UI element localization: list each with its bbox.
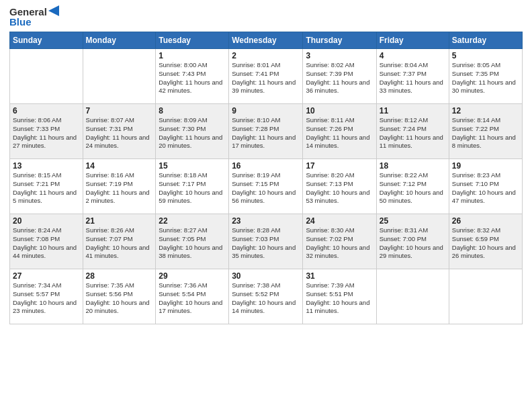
day-detail: Sunrise: 8:10 AMSunset: 7:28 PMDaylight:…	[232, 116, 300, 150]
calendar-week-2: 6Sunrise: 8:06 AMSunset: 7:33 PMDaylight…	[10, 104, 523, 159]
day-detail: Sunrise: 8:09 AMSunset: 7:30 PMDaylight:…	[159, 116, 226, 150]
svg-marker-0	[48, 5, 59, 16]
day-number: 17	[306, 161, 373, 171]
calendar-week-1: 1Sunrise: 8:00 AMSunset: 7:43 PMDaylight…	[10, 49, 523, 104]
calendar-cell	[10, 49, 83, 104]
calendar-cell: 22Sunrise: 8:27 AMSunset: 7:05 PMDayligh…	[156, 214, 229, 269]
day-detail: Sunrise: 8:22 AMSunset: 7:12 PMDaylight:…	[380, 171, 446, 205]
day-detail: Sunrise: 8:14 AMSunset: 7:22 PMDaylight:…	[452, 116, 519, 150]
calendar-week-4: 20Sunrise: 8:24 AMSunset: 7:08 PMDayligh…	[10, 214, 523, 269]
day-number: 14	[86, 161, 153, 171]
day-number: 27	[13, 271, 80, 281]
weekday-monday: Monday	[83, 32, 156, 49]
day-number: 11	[380, 106, 446, 116]
calendar-cell: 1Sunrise: 8:00 AMSunset: 7:43 PMDaylight…	[156, 49, 229, 104]
day-number: 15	[159, 161, 226, 171]
calendar-cell: 27Sunrise: 7:34 AMSunset: 5:57 PMDayligh…	[10, 269, 83, 324]
page-header: General Blue	[9, 7, 523, 28]
day-number: 3	[306, 51, 373, 60]
day-number: 13	[13, 161, 80, 171]
calendar-cell: 10Sunrise: 8:11 AMSunset: 7:26 PMDayligh…	[303, 104, 376, 159]
weekday-header-row: SundayMondayTuesdayWednesdayThursdayFrid…	[10, 32, 523, 49]
calendar-cell: 26Sunrise: 8:32 AMSunset: 6:59 PMDayligh…	[449, 214, 522, 269]
day-detail: Sunrise: 8:28 AMSunset: 7:03 PMDaylight:…	[232, 226, 300, 261]
calendar-cell: 6Sunrise: 8:06 AMSunset: 7:33 PMDaylight…	[10, 104, 83, 159]
calendar-cell: 25Sunrise: 8:31 AMSunset: 7:00 PMDayligh…	[376, 214, 449, 269]
day-detail: Sunrise: 7:39 AMSunset: 5:51 PMDaylight:…	[306, 281, 373, 316]
day-detail: Sunrise: 8:32 AMSunset: 6:59 PMDaylight:…	[452, 226, 519, 261]
calendar-cell: 16Sunrise: 8:19 AMSunset: 7:15 PMDayligh…	[229, 159, 303, 214]
day-detail: Sunrise: 8:04 AMSunset: 7:37 PMDaylight:…	[380, 61, 446, 95]
logo-arrow-icon	[48, 5, 59, 16]
day-number: 2	[232, 51, 300, 60]
calendar-cell: 21Sunrise: 8:26 AMSunset: 7:07 PMDayligh…	[83, 214, 156, 269]
calendar-cell: 29Sunrise: 7:36 AMSunset: 5:54 PMDayligh…	[156, 269, 229, 324]
calendar-cell	[376, 269, 449, 324]
calendar-cell: 4Sunrise: 8:04 AMSunset: 7:37 PMDaylight…	[376, 49, 449, 104]
day-number: 7	[86, 106, 153, 116]
day-number: 31	[306, 271, 373, 281]
logo-blue: Blue	[9, 17, 59, 28]
day-detail: Sunrise: 7:34 AMSunset: 5:57 PMDaylight:…	[13, 281, 80, 316]
weekday-saturday: Saturday	[449, 32, 522, 49]
day-number: 1	[159, 51, 226, 60]
calendar-table: SundayMondayTuesdayWednesdayThursdayFrid…	[9, 32, 523, 324]
day-detail: Sunrise: 8:20 AMSunset: 7:13 PMDaylight:…	[306, 171, 373, 205]
day-number: 5	[452, 51, 519, 60]
day-detail: Sunrise: 8:30 AMSunset: 7:02 PMDaylight:…	[306, 226, 373, 261]
day-detail: Sunrise: 8:07 AMSunset: 7:31 PMDaylight:…	[86, 116, 153, 150]
day-number: 29	[159, 271, 226, 281]
day-detail: Sunrise: 7:36 AMSunset: 5:54 PMDaylight:…	[159, 281, 226, 316]
day-number: 30	[232, 271, 300, 281]
calendar-cell	[83, 49, 156, 104]
day-number: 22	[159, 216, 226, 226]
day-number: 23	[232, 216, 300, 226]
day-detail: Sunrise: 8:18 AMSunset: 7:17 PMDaylight:…	[159, 171, 226, 205]
day-detail: Sunrise: 8:05 AMSunset: 7:35 PMDaylight:…	[452, 61, 519, 95]
calendar-cell: 18Sunrise: 8:22 AMSunset: 7:12 PMDayligh…	[376, 159, 449, 214]
day-number: 4	[380, 51, 446, 60]
weekday-tuesday: Tuesday	[156, 32, 229, 49]
calendar-cell: 7Sunrise: 8:07 AMSunset: 7:31 PMDaylight…	[83, 104, 156, 159]
day-detail: Sunrise: 7:35 AMSunset: 5:56 PMDaylight:…	[86, 281, 153, 316]
logo: General Blue	[9, 7, 59, 28]
day-detail: Sunrise: 8:01 AMSunset: 7:41 PMDaylight:…	[232, 61, 300, 95]
logo-container: General Blue	[9, 7, 59, 28]
day-number: 26	[452, 216, 519, 226]
day-detail: Sunrise: 8:19 AMSunset: 7:15 PMDaylight:…	[232, 171, 300, 205]
day-detail: Sunrise: 8:26 AMSunset: 7:07 PMDaylight:…	[86, 226, 153, 261]
day-number: 6	[13, 106, 80, 116]
calendar-cell: 12Sunrise: 8:14 AMSunset: 7:22 PMDayligh…	[449, 104, 522, 159]
day-detail: Sunrise: 8:11 AMSunset: 7:26 PMDaylight:…	[306, 116, 373, 150]
day-number: 19	[452, 161, 519, 171]
calendar-cell: 24Sunrise: 8:30 AMSunset: 7:02 PMDayligh…	[303, 214, 376, 269]
day-detail: Sunrise: 8:23 AMSunset: 7:10 PMDaylight:…	[452, 171, 519, 205]
day-detail: Sunrise: 8:16 AMSunset: 7:19 PMDaylight:…	[86, 171, 153, 205]
day-detail: Sunrise: 8:12 AMSunset: 7:24 PMDaylight:…	[380, 116, 446, 150]
day-number: 20	[13, 216, 80, 226]
day-detail: Sunrise: 7:38 AMSunset: 5:52 PMDaylight:…	[232, 281, 300, 316]
day-detail: Sunrise: 8:15 AMSunset: 7:21 PMDaylight:…	[13, 171, 80, 205]
day-number: 21	[86, 216, 153, 226]
calendar-cell: 2Sunrise: 8:01 AMSunset: 7:41 PMDaylight…	[229, 49, 303, 104]
calendar-cell: 23Sunrise: 8:28 AMSunset: 7:03 PMDayligh…	[229, 214, 303, 269]
weekday-sunday: Sunday	[10, 32, 83, 49]
weekday-wednesday: Wednesday	[229, 32, 303, 49]
day-number: 18	[380, 161, 446, 171]
day-number: 28	[86, 271, 153, 281]
day-number: 9	[232, 106, 300, 116]
day-detail: Sunrise: 8:06 AMSunset: 7:33 PMDaylight:…	[13, 116, 80, 150]
calendar-week-5: 27Sunrise: 7:34 AMSunset: 5:57 PMDayligh…	[10, 269, 523, 324]
calendar-cell: 19Sunrise: 8:23 AMSunset: 7:10 PMDayligh…	[449, 159, 522, 214]
calendar-body: 1Sunrise: 8:00 AMSunset: 7:43 PMDaylight…	[10, 49, 523, 324]
calendar-cell: 17Sunrise: 8:20 AMSunset: 7:13 PMDayligh…	[303, 159, 376, 214]
calendar-cell: 5Sunrise: 8:05 AMSunset: 7:35 PMDaylight…	[449, 49, 522, 104]
day-detail: Sunrise: 8:00 AMSunset: 7:43 PMDaylight:…	[159, 61, 226, 95]
calendar-cell: 14Sunrise: 8:16 AMSunset: 7:19 PMDayligh…	[83, 159, 156, 214]
calendar-cell: 31Sunrise: 7:39 AMSunset: 5:51 PMDayligh…	[303, 269, 376, 324]
calendar-cell: 28Sunrise: 7:35 AMSunset: 5:56 PMDayligh…	[83, 269, 156, 324]
day-number: 16	[232, 161, 300, 171]
day-number: 25	[380, 216, 446, 226]
day-number: 24	[306, 216, 373, 226]
calendar-cell: 3Sunrise: 8:02 AMSunset: 7:39 PMDaylight…	[303, 49, 376, 104]
